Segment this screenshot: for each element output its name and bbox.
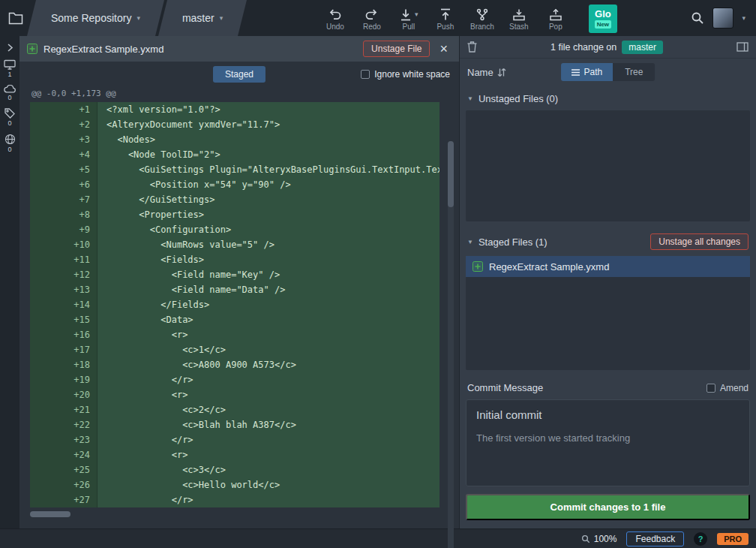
diff-line-text: <?xml version="1.0"?> (98, 102, 220, 117)
diff-line: +27 </r> (30, 492, 440, 507)
commit-summary-input[interactable]: Initial commit (476, 408, 740, 421)
feedback-button[interactable]: Feedback (626, 531, 684, 546)
diff-line: +5 <GuiSettings Plugin="AlteryxBasePlugi… (30, 162, 440, 177)
diff-line-number: +15 (30, 312, 98, 327)
rail-item-local[interactable]: 1 (4, 59, 16, 78)
rail-item-remotes-world[interactable]: 0 (4, 134, 16, 153)
diff-line: +6 <Position x="54" y="90" /> (30, 177, 440, 192)
diff-line-text: <Data> (98, 312, 194, 327)
diff-line: +4 <Node ToolID="2"> (30, 147, 440, 162)
diff-line: +26 <c>Hello world</c> (30, 477, 440, 492)
staged-section-header[interactable]: ▼ Staged Files (1) Unstage all changes (466, 227, 750, 256)
commit-message-label: Commit Message (467, 382, 543, 393)
pro-badge[interactable]: PRO (717, 533, 748, 545)
diff-line-number: +14 (30, 297, 98, 312)
diff-line-number: +8 (30, 207, 98, 222)
commit-description-input[interactable]: The first version we started tracking (476, 432, 740, 444)
avatar[interactable] (712, 8, 734, 29)
panel-layout-icon[interactable] (736, 42, 748, 52)
unstaged-title: Unstaged Files (0) (478, 93, 558, 104)
view-path-label: Path (584, 67, 603, 77)
diff-line-text: <Position x="54" y="90" /> (98, 177, 291, 192)
tag-icon (4, 108, 15, 119)
diff-line-number: +22 (30, 417, 98, 432)
pull-options-caret-icon[interactable]: ▾ (415, 11, 418, 18)
view-path-button[interactable]: Path (561, 63, 614, 81)
glo-new-badge: New (595, 20, 611, 29)
staged-tab[interactable]: Staged (213, 66, 266, 83)
glo-label: Glo (595, 9, 611, 20)
globe-icon (4, 134, 16, 145)
branch-button[interactable]: Branch (466, 8, 498, 31)
diff-line-number: +10 (30, 237, 98, 252)
zoom-control[interactable]: 100% (581, 534, 617, 544)
diff-line-text: </r> (98, 432, 194, 447)
commit-message-box[interactable]: Initial commit The first version we star… (466, 399, 750, 486)
unstage-all-button[interactable]: Unstage all changes (650, 233, 748, 250)
added-file-icon (472, 261, 483, 272)
branch-tab[interactable]: master ▾ (163, 0, 242, 36)
staged-file-row[interactable]: RegexExtract Sample.yxmd (466, 256, 750, 277)
expand-panel-button[interactable] (5, 43, 15, 53)
diff-line-number: +1 (30, 102, 98, 117)
redo-button[interactable]: Redo (356, 8, 388, 31)
diff-line: +16 <r> (30, 327, 440, 342)
diff-line-number: +3 (30, 132, 98, 147)
vertical-scrollbar[interactable] (448, 141, 454, 548)
topbar-right: ▾ (691, 8, 756, 29)
pull-button[interactable]: ▾ Pull (393, 8, 424, 31)
profile-caret-icon[interactable]: ▾ (742, 15, 746, 22)
view-tree-label: Tree (625, 67, 643, 77)
diff-line: +3 <Nodes> (30, 132, 440, 147)
trash-icon[interactable] (467, 41, 477, 53)
horizontal-scrollbar-thumb[interactable] (30, 511, 70, 517)
push-button[interactable]: Push (430, 8, 461, 31)
diff-file-header: RegexExtract Sample.yxmd Unstage File × (20, 36, 459, 62)
amend-checkbox[interactable] (706, 384, 716, 393)
pop-button[interactable]: Pop (540, 8, 572, 31)
repo-tab[interactable]: Some Repository ▾ (32, 0, 160, 36)
rail-item-remote[interactable]: 0 (4, 85, 16, 101)
amend-label: Amend (720, 383, 748, 393)
sort-by-name-button[interactable]: Name (467, 67, 506, 78)
search-icon[interactable] (691, 11, 704, 25)
rail-item-tags[interactable]: 0 (4, 108, 15, 127)
diff-line-number: +25 (30, 462, 98, 477)
unstage-file-button[interactable]: Unstage File (363, 41, 430, 57)
branch-label: Branch (470, 23, 494, 31)
unstaged-section-header[interactable]: ▼ Unstaged Files (0) (466, 87, 750, 110)
diff-line-text: <r> (98, 387, 188, 402)
app-window: Some Repository ▾ master ▾ Undo Redo (0, 0, 756, 548)
staged-file-name: RegexExtract Sample.yxmd (489, 261, 609, 272)
view-tree-button[interactable]: Tree (613, 63, 655, 81)
amend-toggle[interactable]: Amend (706, 383, 748, 393)
open-repo-button[interactable] (0, 0, 32, 36)
help-button[interactable]: ? (694, 532, 707, 546)
diff-line-text: <c>3</c> (98, 462, 226, 477)
diff-line-text: <NumRows value="5" /> (98, 237, 274, 252)
zoom-level: 100% (594, 534, 617, 544)
commit-message-header: Commit Message Amend (466, 373, 750, 399)
triangle-down-icon: ▼ (467, 239, 473, 245)
diff-line: +2<AlteryxDocument yxmdVer="11.7"> (30, 117, 440, 132)
diff-line: +24 <r> (30, 447, 440, 462)
chevron-down-icon: ▾ (136, 15, 140, 22)
diff-line-number: +6 (30, 177, 98, 192)
commit-button[interactable]: Commit changes to 1 file (466, 494, 750, 520)
close-icon[interactable]: × (436, 42, 452, 56)
diff-line-text: </GuiSettings> (98, 192, 215, 207)
glo-button[interactable]: Glo New (589, 5, 617, 33)
unstaged-files-list[interactable] (466, 110, 750, 221)
stash-icon (512, 8, 526, 21)
ignore-whitespace-checkbox[interactable] (361, 70, 370, 79)
rail-count: 0 (8, 119, 11, 127)
diff-line-number: +27 (30, 492, 98, 507)
stash-button[interactable]: Stash (503, 8, 535, 31)
ignore-whitespace-toggle[interactable]: Ignore white space (361, 69, 459, 80)
change-summary: 1 file change on master (477, 41, 736, 54)
horizontal-scrollbar[interactable] (30, 510, 440, 518)
vertical-scrollbar-thumb[interactable] (448, 141, 454, 207)
undo-button[interactable]: Undo (320, 8, 351, 31)
diff-line-number: +13 (30, 282, 98, 297)
file-list-toolbar: Name Path Tree (460, 59, 756, 86)
